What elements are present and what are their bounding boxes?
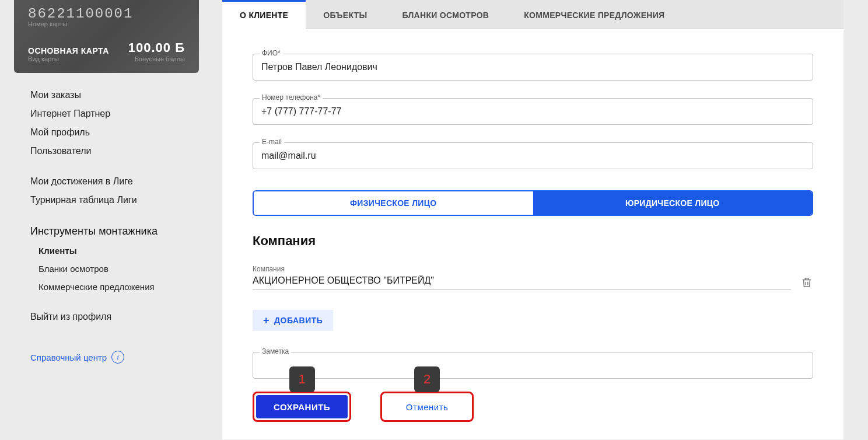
card-type-sub: Вид карты <box>28 55 109 62</box>
company-label: Компания <box>253 265 791 273</box>
tab-inspection-forms[interactable]: БЛАНКИ ОСМОТРОВ <box>384 0 506 29</box>
email-field-wrap: E-mail <box>253 142 813 169</box>
card-type: ОСНОВНАЯ КАРТА <box>28 46 109 55</box>
sidebar: 86221100001 Номер карты ОСНОВНАЯ КАРТА В… <box>0 0 222 440</box>
cancel-button[interactable]: Отменить <box>384 395 470 418</box>
add-company-label: ДОБАВИТЬ <box>274 316 323 325</box>
nav-my-orders[interactable]: Мои заказы <box>30 86 199 104</box>
info-icon: i <box>111 351 124 364</box>
annotation-badge-2: 2 <box>414 366 440 392</box>
toggle-individual[interactable]: ФИЗИЧЕСКОЕ ЛИЦО <box>254 191 533 215</box>
form-actions: 1 СОХРАНИТЬ 2 Отменить <box>253 392 813 422</box>
fio-field-wrap: ФИО* <box>253 54 813 81</box>
toggle-legal-entity[interactable]: ЮРИДИЧЕСКОЕ ЛИЦО <box>533 191 813 215</box>
annotation-badge-1: 1 <box>289 366 315 392</box>
email-input[interactable] <box>253 142 813 169</box>
sidebar-nav: Мои заказы Интернет Партнер Мой профиль … <box>30 86 199 326</box>
email-label: E-mail <box>260 138 284 146</box>
card-number: 86221100001 <box>28 6 185 22</box>
company-row: Компания <box>253 265 813 290</box>
phone-label: Номер телефона* <box>260 93 323 102</box>
annotation-save: 1 СОХРАНИТЬ <box>253 392 351 422</box>
company-input[interactable] <box>253 273 791 290</box>
fio-input[interactable] <box>253 54 813 81</box>
nav-inspection-forms[interactable]: Бланки осмотров <box>38 260 199 278</box>
company-section-title: Компания <box>253 233 813 249</box>
nav-users[interactable]: Пользователи <box>30 142 199 160</box>
main: О КЛИЕНТЕ ОБЪЕКТЫ БЛАНКИ ОСМОТРОВ КОММЕР… <box>222 0 868 440</box>
tab-objects[interactable]: ОБЪЕКТЫ <box>306 0 384 29</box>
annotation-cancel: 2 Отменить <box>380 392 474 422</box>
note-label: Заметка <box>260 347 291 355</box>
phone-input[interactable] <box>253 98 813 125</box>
nav-league-achievements[interactable]: Мои достижения в Лиге <box>30 172 199 191</box>
card-balance-sub: Бонусные баллы <box>128 55 185 62</box>
tab-about-client[interactable]: О КЛИЕНТЕ <box>222 0 306 29</box>
client-form: ФИО* Номер телефона* E-mail ФИЗИЧЕСКОЕ Л… <box>222 29 844 439</box>
trash-icon[interactable] <box>800 275 813 290</box>
help-center-link[interactable]: Справочный центр i <box>30 351 199 364</box>
note-input[interactable] <box>253 352 813 379</box>
nav-logout[interactable]: Выйти из профиля <box>30 308 199 326</box>
save-button[interactable]: СОХРАНИТЬ <box>256 395 348 418</box>
person-type-toggle: ФИЗИЧЕСКОЕ ЛИЦО ЮРИДИЧЕСКОЕ ЛИЦО <box>253 190 813 216</box>
nav-tools-title: Инструменты монтажника <box>30 221 199 242</box>
help-center-label: Справочный центр <box>30 352 107 362</box>
note-field-wrap: Заметка <box>253 352 813 379</box>
card-balance: 100.00 Б <box>128 40 185 55</box>
fio-label: ФИО* <box>260 49 283 57</box>
nav-league-table[interactable]: Турнирная таблица Лиги <box>30 191 199 209</box>
nav-my-profile[interactable]: Мой профиль <box>30 123 199 142</box>
phone-field-wrap: Номер телефона* <box>253 98 813 125</box>
tabs: О КЛИЕНТЕ ОБЪЕКТЫ БЛАНКИ ОСМОТРОВ КОММЕР… <box>222 0 844 29</box>
nav-clients[interactable]: Клиенты <box>38 242 199 260</box>
nav-internet-partner[interactable]: Интернет Партнер <box>30 104 199 123</box>
plus-icon: + <box>263 316 270 324</box>
add-company-button[interactable]: + ДОБАВИТЬ <box>253 310 333 331</box>
loyalty-card: 86221100001 Номер карты ОСНОВНАЯ КАРТА В… <box>14 0 199 73</box>
tab-commercial-offers[interactable]: КОММЕРЧЕСКИЕ ПРЕДЛОЖЕНИЯ <box>506 0 682 29</box>
nav-commercial-offers[interactable]: Коммерческие предложения <box>38 278 199 296</box>
